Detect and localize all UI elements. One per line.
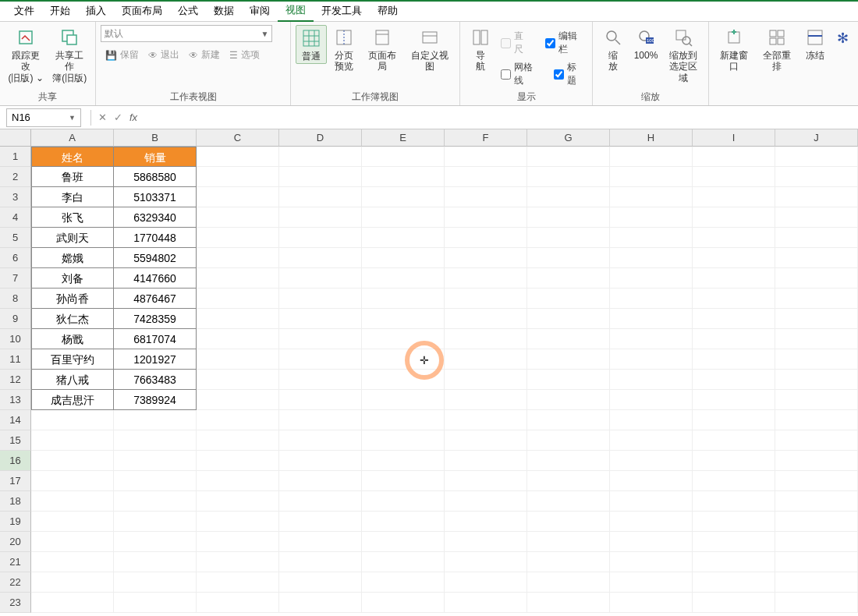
cell-E21[interactable] xyxy=(362,552,445,572)
cell-E19[interactable] xyxy=(362,512,445,532)
cell-F13[interactable] xyxy=(445,390,527,410)
cell-D4[interactable] xyxy=(279,207,362,228)
cell-D13[interactable] xyxy=(279,390,362,410)
cell-E23[interactable] xyxy=(362,593,445,613)
cell-C8[interactable] xyxy=(197,289,279,309)
menu-item-0[interactable]: 文件 xyxy=(6,1,42,21)
cell-A23[interactable] xyxy=(31,593,114,613)
row-header-8[interactable]: 8 xyxy=(0,289,31,309)
cell-I12[interactable] xyxy=(693,370,775,390)
freeze-panes-button[interactable]: 冻结 xyxy=(800,25,831,62)
row-header-1[interactable]: 1 xyxy=(0,147,31,167)
cell-G2[interactable] xyxy=(527,167,610,187)
row-header-7[interactable]: 7 xyxy=(0,268,31,289)
cell-G22[interactable] xyxy=(527,572,610,593)
cell-I15[interactable] xyxy=(693,430,775,451)
cell-J22[interactable] xyxy=(775,572,858,593)
cell-H12[interactable] xyxy=(610,370,693,390)
cancel-icon[interactable]: ✕ xyxy=(94,112,110,123)
cell-D20[interactable] xyxy=(279,532,362,552)
cell-B14[interactable] xyxy=(114,410,197,430)
cell-G1[interactable] xyxy=(527,147,610,167)
cell-I7[interactable] xyxy=(693,268,775,289)
cell-B7[interactable]: 4147660 xyxy=(114,268,197,289)
cell-G8[interactable] xyxy=(527,289,610,309)
cell-D18[interactable] xyxy=(279,491,362,512)
cell-A21[interactable] xyxy=(31,552,114,572)
cell-C17[interactable] xyxy=(197,471,279,491)
cell-C18[interactable] xyxy=(197,491,279,512)
cell-G10[interactable] xyxy=(527,329,610,349)
cell-J3[interactable] xyxy=(775,187,858,207)
cell-E16[interactable] xyxy=(362,451,445,471)
track-changes-button[interactable]: 跟踪更改 (旧版) ⌄ xyxy=(5,25,47,85)
cell-D1[interactable] xyxy=(279,147,362,167)
cell-D5[interactable] xyxy=(279,228,362,248)
cell-H1[interactable] xyxy=(610,147,693,167)
cell-G9[interactable] xyxy=(527,309,610,329)
cell-B23[interactable] xyxy=(114,593,197,613)
cell-H5[interactable] xyxy=(610,228,693,248)
page-layout-button[interactable]: 页面布局 xyxy=(361,25,402,74)
menu-item-4[interactable]: 公式 xyxy=(170,1,206,21)
cell-D23[interactable] xyxy=(279,593,362,613)
row-header-12[interactable]: 12 xyxy=(0,370,31,390)
cell-D2[interactable] xyxy=(279,167,362,187)
cell-G13[interactable] xyxy=(527,390,610,410)
cell-F20[interactable] xyxy=(445,532,527,552)
navigation-button[interactable]: 导 航 xyxy=(465,25,496,74)
row-header-23[interactable]: 23 xyxy=(0,593,31,613)
cell-B1[interactable]: 销量 xyxy=(114,147,197,167)
cell-C15[interactable] xyxy=(197,430,279,451)
cell-J5[interactable] xyxy=(775,228,858,248)
cell-G21[interactable] xyxy=(527,552,610,572)
cell-A6[interactable]: 嫦娥 xyxy=(31,248,114,268)
cell-D14[interactable] xyxy=(279,410,362,430)
row-header-17[interactable]: 17 xyxy=(0,471,31,491)
cell-J2[interactable] xyxy=(775,167,858,187)
cell-D22[interactable] xyxy=(279,572,362,593)
custom-view-button[interactable]: 自定义视图 xyxy=(405,25,455,74)
cell-E10[interactable] xyxy=(362,329,445,349)
col-header-F[interactable]: F xyxy=(445,129,527,147)
cell-I3[interactable] xyxy=(693,187,775,207)
cell-E11[interactable] xyxy=(362,349,445,370)
row-header-16[interactable]: 16 xyxy=(0,451,31,471)
zoom-100-button[interactable]: 100 100% xyxy=(630,25,661,62)
cell-J20[interactable] xyxy=(775,532,858,552)
col-header-D[interactable]: D xyxy=(279,129,362,147)
cell-G4[interactable] xyxy=(527,207,610,228)
cell-H16[interactable] xyxy=(610,451,693,471)
cell-C5[interactable] xyxy=(197,228,279,248)
cell-A8[interactable]: 孙尚香 xyxy=(31,289,114,309)
cell-J16[interactable] xyxy=(775,451,858,471)
select-all-corner[interactable] xyxy=(0,129,31,147)
col-header-J[interactable]: J xyxy=(775,129,858,147)
formulabar-checkbox[interactable]: 编辑栏 xyxy=(542,28,587,58)
cell-C9[interactable] xyxy=(197,309,279,329)
cell-H22[interactable] xyxy=(610,572,693,593)
row-header-10[interactable]: 10 xyxy=(0,329,31,349)
cell-E20[interactable] xyxy=(362,532,445,552)
formula-input[interactable] xyxy=(141,108,858,127)
cell-C3[interactable] xyxy=(197,187,279,207)
cell-C20[interactable] xyxy=(197,532,279,552)
cell-B8[interactable]: 4876467 xyxy=(114,289,197,309)
cell-J6[interactable] xyxy=(775,248,858,268)
cell-A1[interactable]: 姓名 xyxy=(31,147,114,167)
fx-icon[interactable]: fx xyxy=(126,112,141,123)
cell-A5[interactable]: 武则天 xyxy=(31,228,114,248)
enter-icon[interactable]: ✓ xyxy=(110,112,126,123)
cell-F22[interactable] xyxy=(445,572,527,593)
cell-A13[interactable]: 成吉思汗 xyxy=(31,390,114,410)
cell-B10[interactable]: 6817074 xyxy=(114,329,197,349)
cell-J8[interactable] xyxy=(775,289,858,309)
cell-F10[interactable] xyxy=(445,329,527,349)
cell-A11[interactable]: 百里守约 xyxy=(31,349,114,370)
cell-A3[interactable]: 李白 xyxy=(31,187,114,207)
cell-J9[interactable] xyxy=(775,309,858,329)
cell-J19[interactable] xyxy=(775,512,858,532)
page-break-button[interactable]: 分页 预览 xyxy=(328,25,360,74)
cell-A15[interactable] xyxy=(31,430,114,451)
cell-C23[interactable] xyxy=(197,593,279,613)
